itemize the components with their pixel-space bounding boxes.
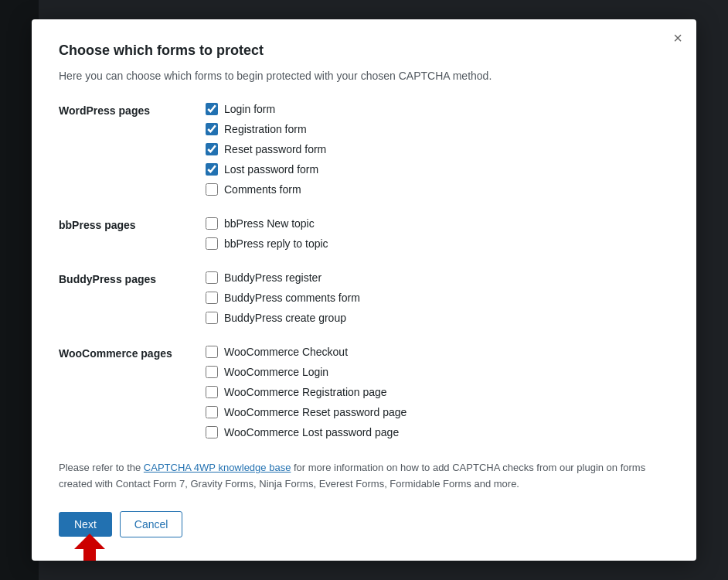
checkbox-bbpress-reply-input[interactable] bbox=[206, 237, 218, 250]
checkbox-woo-login-input[interactable] bbox=[206, 366, 218, 378]
checkbox-woo-login-label: WooCommerce Login bbox=[224, 366, 328, 378]
checkbox-woo-reset-password-input[interactable] bbox=[206, 406, 218, 418]
modal-title: Choose which forms to protect bbox=[59, 43, 669, 59]
checkbox-buddypress-register-input[interactable] bbox=[206, 271, 218, 284]
checkbox-registration-form[interactable]: Registration form bbox=[206, 123, 326, 135]
checkbox-reset-password-form-label: Reset password form bbox=[224, 143, 326, 155]
checkbox-lost-password-form-input[interactable] bbox=[206, 163, 218, 176]
checkbox-buddypress-comments-label: BuddyPress comments form bbox=[224, 292, 360, 304]
checkbox-bbpress-new-topic-label: bbPress New topic bbox=[224, 217, 315, 230]
checkbox-buddypress-register[interactable]: BuddyPress register bbox=[206, 271, 360, 284]
checkbox-reset-password-form-input[interactable] bbox=[206, 143, 218, 155]
checkbox-login-form[interactable]: Login form bbox=[206, 103, 326, 115]
section-label-buddypress: BuddyPress pages bbox=[59, 271, 206, 285]
checkbox-woo-checkout[interactable]: WooCommerce Checkout bbox=[206, 346, 407, 358]
bbpress-checkboxes: bbPress New topic bbPress reply to topic bbox=[206, 217, 328, 250]
checkbox-bbpress-reply[interactable]: bbPress reply to topic bbox=[206, 237, 328, 250]
checkbox-bbpress-reply-label: bbPress reply to topic bbox=[224, 237, 328, 250]
wordpress-checkboxes: Login form Registration form Reset passw… bbox=[206, 103, 326, 196]
cancel-button[interactable]: Cancel bbox=[120, 511, 183, 537]
button-row: Next Cancel bbox=[59, 511, 669, 537]
checkbox-woo-login[interactable]: WooCommerce Login bbox=[206, 366, 407, 378]
checkbox-woo-lost-password[interactable]: WooCommerce Lost password page bbox=[206, 426, 407, 438]
checkbox-woo-checkout-label: WooCommerce Checkout bbox=[224, 346, 348, 358]
checkbox-reset-password-form[interactable]: Reset password form bbox=[206, 143, 326, 155]
checkbox-registration-form-label: Registration form bbox=[224, 123, 307, 135]
checkbox-woo-reset-password-label: WooCommerce Reset password page bbox=[224, 406, 407, 418]
checkbox-buddypress-register-label: BuddyPress register bbox=[224, 271, 321, 284]
checkbox-buddypress-comments[interactable]: BuddyPress comments form bbox=[206, 292, 360, 304]
checkbox-woo-registration[interactable]: WooCommerce Registration page bbox=[206, 386, 407, 398]
woocommerce-checkboxes: WooCommerce Checkout WooCommerce Login W… bbox=[206, 346, 407, 438]
section-bbpress: bbPress pages bbPress New topic bbPress … bbox=[59, 217, 669, 250]
footer-note: Please refer to the CAPTCHA 4WP knowledg… bbox=[59, 460, 669, 493]
checkbox-woo-checkout-input[interactable] bbox=[206, 346, 218, 358]
section-label-woocommerce: WooCommerce pages bbox=[59, 346, 206, 360]
knowledge-base-link[interactable]: CAPTCHA 4WP knowledge base bbox=[144, 462, 291, 473]
checkbox-buddypress-group[interactable]: BuddyPress create group bbox=[206, 312, 360, 324]
modal-description: Here you can choose which forms to begin… bbox=[59, 68, 669, 84]
checkbox-woo-registration-input[interactable] bbox=[206, 386, 218, 398]
section-label-bbpress: bbPress pages bbox=[59, 217, 206, 231]
checkbox-login-form-input[interactable] bbox=[206, 103, 218, 115]
checkbox-buddypress-comments-input[interactable] bbox=[206, 292, 218, 304]
checkbox-login-form-label: Login form bbox=[224, 103, 275, 115]
checkbox-bbpress-new-topic-input[interactable] bbox=[206, 217, 218, 230]
checkbox-buddypress-group-input[interactable] bbox=[206, 312, 218, 324]
checkbox-comments-form-input[interactable] bbox=[206, 183, 218, 196]
checkbox-woo-lost-password-label: WooCommerce Lost password page bbox=[224, 426, 399, 438]
checkbox-woo-reset-password[interactable]: WooCommerce Reset password page bbox=[206, 406, 407, 418]
checkbox-lost-password-form-label: Lost password form bbox=[224, 163, 318, 176]
footer-note-before: Please refer to the bbox=[59, 462, 144, 473]
arrow-pointer bbox=[74, 534, 105, 561]
checkbox-registration-form-input[interactable] bbox=[206, 123, 218, 135]
modal-dialog: × Choose which forms to protect Here you… bbox=[32, 19, 696, 561]
checkbox-bbpress-new-topic[interactable]: bbPress New topic bbox=[206, 217, 328, 230]
checkbox-comments-form-label: Comments form bbox=[224, 183, 301, 196]
section-woocommerce: WooCommerce pages WooCommerce Checkout W… bbox=[59, 346, 669, 438]
section-wordpress: WordPress pages Login form Registration … bbox=[59, 103, 669, 196]
checkbox-buddypress-group-label: BuddyPress create group bbox=[224, 312, 346, 324]
section-buddypress: BuddyPress pages BuddyPress register Bud… bbox=[59, 271, 669, 324]
checkbox-lost-password-form[interactable]: Lost password form bbox=[206, 163, 326, 176]
buddypress-checkboxes: BuddyPress register BuddyPress comments … bbox=[206, 271, 360, 324]
close-button[interactable]: × bbox=[673, 30, 682, 46]
checkbox-woo-lost-password-input[interactable] bbox=[206, 426, 218, 438]
checkbox-woo-registration-label: WooCommerce Registration page bbox=[224, 386, 387, 398]
checkbox-comments-form[interactable]: Comments form bbox=[206, 183, 326, 196]
svg-marker-0 bbox=[74, 534, 105, 561]
section-label-wordpress: WordPress pages bbox=[59, 103, 206, 117]
